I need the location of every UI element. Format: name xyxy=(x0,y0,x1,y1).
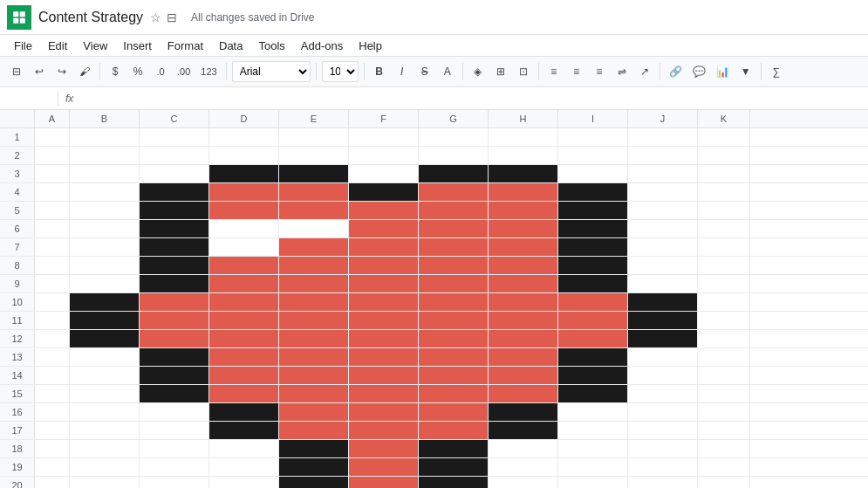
cell-A2[interactable] xyxy=(35,147,70,164)
cell-I12[interactable] xyxy=(558,330,628,347)
cell-B1[interactable] xyxy=(70,128,140,146)
cell-K10[interactable] xyxy=(698,293,750,311)
merge-button[interactable]: ⊡ xyxy=(514,60,533,83)
cell-H6[interactable] xyxy=(489,220,558,237)
cell-D19[interactable] xyxy=(209,458,279,476)
cell-E13[interactable] xyxy=(279,348,349,366)
cell-A13[interactable] xyxy=(35,348,70,366)
col-header-D[interactable]: D xyxy=(209,110,279,127)
cell-J17[interactable] xyxy=(628,422,698,439)
cell-D1[interactable] xyxy=(209,128,279,146)
cell-D14[interactable] xyxy=(209,367,279,384)
cell-G6[interactable] xyxy=(419,220,489,237)
cell-F16[interactable] xyxy=(349,403,419,421)
col-header-J[interactable]: J xyxy=(628,110,698,127)
cell-G15[interactable] xyxy=(419,385,489,402)
menu-item-file[interactable]: File xyxy=(7,38,39,54)
cell-A14[interactable] xyxy=(35,367,70,384)
cell-K18[interactable] xyxy=(698,440,750,457)
menu-item-view[interactable]: View xyxy=(76,38,114,54)
cell-J9[interactable] xyxy=(628,275,698,292)
cell-C9[interactable] xyxy=(140,275,209,292)
cell-I1[interactable] xyxy=(558,128,628,146)
cell-G1[interactable] xyxy=(419,128,489,146)
cell-B20[interactable] xyxy=(70,477,140,488)
menu-item-edit[interactable]: Edit xyxy=(41,38,74,54)
cell-F19[interactable] xyxy=(349,458,419,476)
paint-format-button[interactable]: 🖌 xyxy=(75,60,94,83)
cell-I10[interactable] xyxy=(558,293,628,311)
cell-F17[interactable] xyxy=(349,422,419,439)
cell-E6[interactable] xyxy=(279,220,349,237)
cell-A12[interactable] xyxy=(35,330,70,347)
cell-D9[interactable] xyxy=(209,275,279,292)
cell-D10[interactable] xyxy=(209,293,279,311)
cell-K4[interactable] xyxy=(698,183,750,201)
cell-I17[interactable] xyxy=(558,422,628,439)
menu-item-insert[interactable]: Insert xyxy=(116,38,159,54)
cell-I18[interactable] xyxy=(558,440,628,457)
cell-B4[interactable] xyxy=(70,183,140,201)
cell-H8[interactable] xyxy=(489,257,558,274)
cell-D17[interactable] xyxy=(209,422,279,439)
cell-I9[interactable] xyxy=(558,275,628,292)
cell-A8[interactable] xyxy=(35,257,70,274)
cell-H2[interactable] xyxy=(489,147,558,164)
cell-A1[interactable] xyxy=(35,128,70,146)
cell-D11[interactable] xyxy=(209,312,279,329)
cell-D13[interactable] xyxy=(209,348,279,366)
cell-E20[interactable] xyxy=(279,477,349,488)
cell-B14[interactable] xyxy=(70,367,140,384)
link-button[interactable]: 🔗 xyxy=(666,60,686,83)
cell-D3[interactable] xyxy=(209,165,279,182)
cell-F18[interactable] xyxy=(349,440,419,457)
cell-I3[interactable] xyxy=(558,165,628,182)
cell-C14[interactable] xyxy=(140,367,209,384)
cell-F4[interactable] xyxy=(349,183,419,201)
cell-J19[interactable] xyxy=(628,458,698,476)
font-select[interactable]: Arial xyxy=(232,61,311,82)
cell-B8[interactable] xyxy=(70,257,140,274)
font-size-select[interactable]: 10 xyxy=(322,61,359,82)
cell-I19[interactable] xyxy=(558,458,628,476)
cell-K20[interactable] xyxy=(698,477,750,488)
cell-C12[interactable] xyxy=(140,330,209,347)
cell-K15[interactable] xyxy=(698,385,750,402)
col-header-E[interactable]: E xyxy=(279,110,349,127)
undo-button[interactable]: ↩ xyxy=(30,60,49,83)
cell-G14[interactable] xyxy=(419,367,489,384)
cell-I15[interactable] xyxy=(558,385,628,402)
cell-K5[interactable] xyxy=(698,202,750,219)
cell-K17[interactable] xyxy=(698,422,750,439)
cell-J13[interactable] xyxy=(628,348,698,366)
menu-item-add-ons[interactable]: Add-ons xyxy=(294,38,350,54)
cell-G5[interactable] xyxy=(419,202,489,219)
cell-E2[interactable] xyxy=(279,147,349,164)
cell-C18[interactable] xyxy=(140,440,209,457)
cell-E12[interactable] xyxy=(279,330,349,347)
cell-E15[interactable] xyxy=(279,385,349,402)
cell-F3[interactable] xyxy=(349,165,419,182)
cell-A6[interactable] xyxy=(35,220,70,237)
cell-J12[interactable] xyxy=(628,330,698,347)
cell-A15[interactable] xyxy=(35,385,70,402)
cell-C19[interactable] xyxy=(140,458,209,476)
cell-H9[interactable] xyxy=(489,275,558,292)
cell-B17[interactable] xyxy=(70,422,140,439)
cell-E7[interactable] xyxy=(279,238,349,256)
cell-H19[interactable] xyxy=(489,458,558,476)
cell-F20[interactable] xyxy=(349,477,419,488)
cell-D5[interactable] xyxy=(209,202,279,219)
percent-button[interactable]: % xyxy=(128,60,147,83)
cell-J16[interactable] xyxy=(628,403,698,421)
col-header-B[interactable]: B xyxy=(70,110,140,127)
cell-J1[interactable] xyxy=(628,128,698,146)
cell-G7[interactable] xyxy=(419,238,489,256)
cell-C3[interactable] xyxy=(140,165,209,182)
cell-B6[interactable] xyxy=(70,220,140,237)
cell-G3[interactable] xyxy=(419,165,489,182)
cell-H11[interactable] xyxy=(489,312,558,329)
cell-B18[interactable] xyxy=(70,440,140,457)
italic-button[interactable]: I xyxy=(393,60,412,83)
cell-J5[interactable] xyxy=(628,202,698,219)
